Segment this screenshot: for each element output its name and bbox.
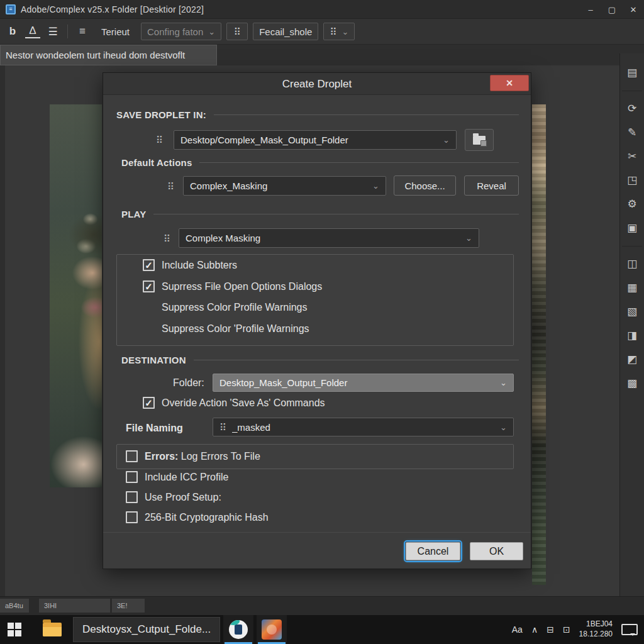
default-action-dropdown[interactable]: Complex_Masking ⌄	[183, 176, 386, 196]
bottom-tab-2[interactable]: 3IHI	[39, 599, 110, 613]
play-action-dropdown[interactable]: Complex Masking ⌄	[179, 228, 479, 248]
override-save-as-option[interactable]: Overide Action 'Save As' Commands	[143, 397, 325, 409]
clock-time: 1BEJ04	[579, 619, 613, 630]
notification-center-icon[interactable]	[621, 624, 638, 635]
window-title: Adobe/Complex v25.x Folder [Desktior [20…	[21, 4, 204, 14]
chevron-down-icon: ⌄	[372, 182, 379, 190]
checkbox-checked[interactable]	[143, 259, 155, 271]
selection-panel-icon[interactable]: ▣	[622, 218, 642, 238]
mask-panel-icon[interactable]: ▧	[622, 301, 642, 322]
layers-panel-icon[interactable]: ▤	[622, 62, 642, 83]
transform-panel-icon[interactable]: ◩	[622, 349, 642, 370]
text-tool-label: Terieut	[101, 26, 130, 37]
folder-field-label: Folder:	[173, 377, 204, 389]
language-indicator[interactable]: Aa	[512, 625, 523, 635]
edit-tool-icon[interactable]: ✎	[622, 122, 642, 143]
adjustments-panel-icon[interactable]: ◨	[622, 325, 642, 346]
dialog-close-button[interactable]: ✕	[490, 75, 529, 91]
photoshop-app-icon	[262, 619, 282, 640]
save-droplet-path-dropdown[interactable]: Desktop/Complex_Mask_Output_Folder ⌄	[174, 130, 457, 150]
reveal-button[interactable]: Reveal	[464, 175, 519, 196]
taskbar-app-2[interactable]	[257, 615, 287, 644]
chevron-down-icon: ⌄	[500, 423, 507, 431]
checkbox-unchecked[interactable]	[126, 450, 138, 462]
grid-panel-icon[interactable]: ▦	[622, 277, 642, 298]
checkbox-checked[interactable]	[143, 397, 155, 409]
type-tool-icon[interactable]: Δ	[25, 25, 40, 38]
chevron-down-icon: ⌄	[443, 136, 450, 144]
tools-sidebar: ▤ ⟳ ✎ ✂ ◳ ⚙ ▣ ◫ ▦ ▧ ◨ ◩ ▩	[619, 53, 644, 596]
duplicate-panel-icon[interactable]: ◫	[622, 253, 642, 274]
menu-icon[interactable]: ☰	[45, 23, 60, 40]
create-droplet-dialog: Create Droplet ✕ SAVE DROPLET IN: ⠿ Desk…	[103, 72, 531, 569]
browse-folder-button[interactable]	[465, 129, 494, 151]
taskbar-app-1[interactable]	[223, 615, 253, 644]
include-subfolders-option[interactable]: Include Subbters	[143, 259, 237, 271]
default-actions-header: Default Actions	[121, 157, 519, 168]
view-mode-dropdown[interactable]: ⠿ ⌄	[323, 23, 355, 40]
toolbar-separator	[67, 25, 68, 38]
checkbox-unchecked[interactable]	[126, 491, 138, 503]
clock-date: 18.12.280	[579, 630, 613, 640]
taskbar-clock[interactable]: 1BEJ04 18.12.280	[579, 619, 613, 639]
checkbox-checked[interactable]	[143, 280, 155, 292]
history-panel-icon[interactable]: ▩	[622, 373, 642, 394]
folder-icon	[473, 136, 486, 145]
settings-icon[interactable]: ⚙	[622, 194, 642, 214]
checkbox-unchecked[interactable]	[126, 511, 138, 523]
suppress-color-profile-label: Suppress Color Profile Warnings	[162, 302, 308, 313]
explorer-task-label: Desktoysx_Cutput_Folde...	[82, 623, 211, 636]
config-dropdown[interactable]: Confing faton ⌄	[141, 23, 221, 40]
use-proof-setup-option[interactable]: Use Proof Setup:	[126, 491, 221, 503]
desktop: ≡ Adobe/Complex v25.x Folder [Desktior […	[0, 0, 644, 644]
suppress-file-open-option[interactable]: Suprress File Open Options Dialogs	[143, 280, 322, 292]
suppress-color-profile-2-option[interactable]: Suppress Color 'Profile Warnings	[162, 323, 309, 335]
start-button[interactable]	[0, 615, 29, 644]
recall-button-label: Fecail_shole	[259, 26, 312, 37]
cut-tool-icon[interactable]: ✂	[622, 146, 642, 167]
recall-button[interactable]: Fecail_shole	[253, 23, 318, 40]
log-errors-option[interactable]: Errors: Log Errors To File	[126, 450, 260, 462]
bottom-tab-3[interactable]: 3E!	[112, 599, 145, 613]
checkbox-unchecked[interactable]	[126, 471, 138, 483]
file-naming-dropdown[interactable]: ⠿ _masked ⌄	[213, 418, 514, 436]
dialog-titlebar[interactable]: Create Droplet ✕	[103, 73, 531, 95]
suppress-file-open-label: Suprress File Open Options Dialogs	[162, 281, 322, 292]
grid-icon: ⠿	[219, 423, 226, 432]
dialog-title: Create Droplet	[103, 78, 531, 91]
align-lines-icon[interactable]: ≡	[75, 23, 90, 40]
tray-window-icon[interactable]: ⊟	[547, 625, 554, 635]
crop-panel-icon[interactable]: ◳	[622, 170, 642, 191]
bottom-status-strip: aB4tu 3IHI 3E!	[0, 596, 644, 615]
destination-folder-dropdown[interactable]: Desktop_Mask_Output_Folder ⌄	[213, 374, 514, 392]
window-close-button[interactable]: ✕	[623, 0, 644, 19]
chevron-down-icon: ⌄	[500, 379, 507, 387]
use-proof-setup-label: Use Proof Setup:	[145, 492, 221, 503]
grid-icon: ⠿	[330, 27, 336, 36]
save-droplet-path-value: Desktop/Complex_Mask_Output_Folder	[180, 135, 439, 145]
explorer-task-item[interactable]: Desktoysx_Cutput_Folde...	[73, 617, 220, 642]
folder-icon	[43, 623, 62, 636]
tray-display-icon[interactable]: ⊡	[563, 625, 570, 635]
bottom-tab-1[interactable]: aB4tu	[0, 599, 29, 613]
play-header: PLAY	[121, 209, 519, 219]
grid-icon: ⠿	[234, 27, 241, 36]
minimize-button[interactable]: –	[580, 0, 601, 19]
include-subfolders-label: Include Subbters	[162, 260, 237, 271]
app-icon: ≡	[6, 4, 16, 14]
tray-chevron-up-icon[interactable]: ∧	[531, 625, 538, 635]
cancel-button[interactable]: Cancel	[406, 542, 460, 560]
rotate-view-icon[interactable]: ⟳	[622, 98, 642, 119]
crypto-hash-label: 256-Bit Cryptographic Hash	[145, 512, 269, 523]
crypto-hash-option[interactable]: 256-Bit Cryptographic Hash	[126, 511, 269, 523]
suppress-color-profile-option[interactable]: Suppress Color Profile Warnings	[162, 302, 308, 313]
panel-toggle-button[interactable]: ⠿	[226, 23, 248, 40]
include-icc-option[interactable]: Include ICC Profile	[126, 471, 228, 483]
ok-button[interactable]: OK	[470, 542, 523, 560]
window-controls: – ▢ ✕	[580, 0, 644, 19]
file-explorer-button[interactable]	[38, 615, 67, 644]
maximize-button[interactable]: ▢	[601, 0, 623, 19]
chevron-down-icon: ⌄	[341, 28, 348, 36]
bold-tool-icon[interactable]: b	[5, 23, 20, 40]
choose-button[interactable]: Choose...	[394, 175, 456, 196]
